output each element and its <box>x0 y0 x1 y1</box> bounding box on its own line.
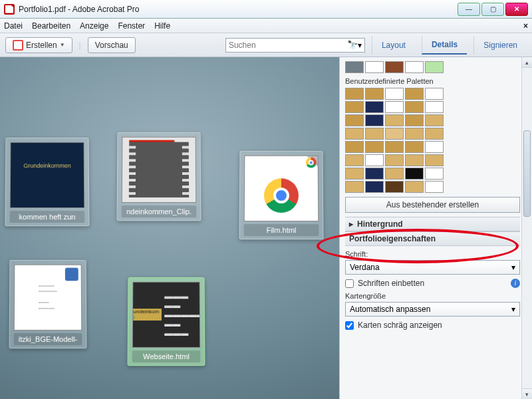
binoculars-icon[interactable]: 🔭 <box>347 40 358 50</box>
palette-chip[interactable] <box>425 61 444 73</box>
minimize-button[interactable]: — <box>458 3 480 16</box>
portfolio-card[interactable]: Film.html <box>239 151 324 239</box>
palette-chip[interactable] <box>405 101 424 113</box>
menu-bar: Datei Bearbeiten Anzeige Fenster Hilfe × <box>0 19 532 33</box>
checkbox-input[interactable] <box>345 279 354 288</box>
create-button[interactable]: Erstellen ▼ <box>5 37 72 53</box>
checkbox-skew-cards[interactable]: Karten schräg anzeigen <box>345 321 520 330</box>
checkbox-input[interactable] <box>345 321 354 330</box>
palette-chip[interactable] <box>345 128 364 140</box>
menu-fenster[interactable]: Fenster <box>118 21 145 31</box>
label-card-size: Kartengröße <box>345 292 520 300</box>
tab-details[interactable]: Details <box>422 36 467 55</box>
card-label: Film.html <box>244 224 319 236</box>
search-input[interactable] <box>229 41 347 50</box>
palette-chip[interactable] <box>425 101 444 113</box>
accordion-background[interactable]: ▸ Hintergrund <box>345 217 520 231</box>
palette-chip[interactable] <box>365 88 384 100</box>
preview-label: Vorschau <box>95 41 128 50</box>
close-button[interactable]: ✕ <box>505 3 528 16</box>
portfolio-card[interactable]: ━━━━━━━━━━━━━━━━━━━━━━━ itzki_BGE-Modell… <box>9 260 87 348</box>
palette-chip[interactable] <box>405 141 424 153</box>
palette-chip[interactable] <box>345 141 364 153</box>
font-select[interactable]: Verdana ▾ <box>345 260 520 275</box>
chevron-down-icon: ▾ <box>511 305 515 314</box>
palette-chip[interactable] <box>365 114 384 126</box>
vertical-scrollbar[interactable]: ▴ ▾ <box>521 57 532 399</box>
menubar-close-icon[interactable]: × <box>523 21 528 31</box>
palette-chip[interactable] <box>385 181 404 193</box>
palette-chip[interactable] <box>405 168 424 180</box>
tab-sign[interactable]: Signieren <box>473 36 527 55</box>
palette-chip[interactable] <box>345 181 364 193</box>
palette-chip[interactable] <box>365 101 384 113</box>
app-icon <box>4 4 15 15</box>
card-label: kommen heft zun <box>10 211 85 223</box>
chevron-down-icon: ▼ <box>60 42 65 48</box>
section-user-palettes: Benutzerdefinierte Paletten <box>345 77 520 85</box>
palette-chip[interactable] <box>405 128 424 140</box>
scrollbar-thumb[interactable] <box>523 130 531 217</box>
palette-chip[interactable] <box>385 141 404 153</box>
palette-chip[interactable] <box>345 88 364 100</box>
palette-chip[interactable] <box>425 88 444 100</box>
card-label: itzki_BGE-Modell- <box>14 333 82 345</box>
palette-chip[interactable] <box>345 154 364 166</box>
window-title: Portfolio1.pdf - Adobe Acrobat Pro <box>19 5 458 14</box>
menu-anzeige[interactable]: Anzeige <box>80 21 108 31</box>
palette-chip[interactable] <box>365 181 384 193</box>
palette-chip[interactable] <box>365 154 384 166</box>
thumbnail: grundeinkom 🟢 ▬▬▬ ▬▬▬▬▬▬▬▬▬ ▬▬▬ <box>132 282 200 348</box>
palette-chip[interactable] <box>425 141 444 153</box>
palette-chip[interactable] <box>385 61 404 73</box>
palette-chip[interactable] <box>405 154 424 166</box>
portfolio-card[interactable]: Grundeinkommen kommen heft zun <box>5 138 90 226</box>
palette-chip[interactable] <box>425 114 444 126</box>
card-size-select[interactable]: Automatisch anpassen ▾ <box>345 302 520 317</box>
palette-chip[interactable] <box>385 168 404 180</box>
palette-chip[interactable] <box>385 88 404 100</box>
palette-chip[interactable] <box>425 181 444 193</box>
palette-chip[interactable] <box>405 61 424 73</box>
menu-hilfe[interactable]: Hilfe <box>154 21 170 31</box>
palette-chip[interactable] <box>345 101 364 113</box>
side-panel: Benutzerdefinierte Paletten Aus bestehen… <box>339 57 532 399</box>
palette-chip[interactable] <box>365 141 384 153</box>
palette-chip[interactable] <box>425 168 444 180</box>
palette-chip[interactable] <box>345 168 364 180</box>
palette-chip[interactable] <box>405 181 424 193</box>
label-font: Schrift: <box>345 250 520 258</box>
create-from-existing-button[interactable]: Aus bestehender erstellen <box>345 197 520 213</box>
scroll-down-icon[interactable]: ▾ <box>522 388 532 399</box>
thumbnail: ━━━━━━━━━━━━━━━━━━━━━━━ <box>14 265 82 331</box>
thumbnail <box>244 156 319 221</box>
scroll-up-icon[interactable]: ▴ <box>522 57 532 68</box>
search-box[interactable]: 🔭 ▾ <box>225 38 365 53</box>
palette-chip[interactable] <box>345 61 364 73</box>
palette-chip[interactable] <box>425 154 444 166</box>
palette-chip[interactable] <box>405 114 424 126</box>
palette-chip[interactable] <box>425 128 444 140</box>
tab-layout[interactable]: Layout <box>372 36 415 55</box>
portfolio-card-selected[interactable]: grundeinkom 🟢 ▬▬▬ ▬▬▬▬▬▬▬▬▬ ▬▬▬ Webseite… <box>128 277 205 366</box>
palette-chip[interactable] <box>365 168 384 180</box>
palette-chip[interactable] <box>365 128 384 140</box>
portfolio-canvas[interactable]: Grundeinkommen kommen heft zun ndeinkomm… <box>0 57 339 399</box>
palette-chip[interactable] <box>385 101 404 113</box>
checkbox-embed-fonts[interactable]: Schriften einbetten i <box>345 279 520 288</box>
palette-chip[interactable] <box>385 114 404 126</box>
preview-button[interactable]: Vorschau <box>88 37 136 53</box>
portfolio-card[interactable]: ndeinkommen_Clip. <box>117 132 201 221</box>
palette-chip[interactable] <box>385 154 404 166</box>
maximize-button[interactable]: ▢ <box>481 3 504 16</box>
palette-chip[interactable] <box>345 114 364 126</box>
info-icon[interactable]: i <box>511 279 520 288</box>
menu-bearbeiten[interactable]: Bearbeiten <box>32 21 70 31</box>
menu-datei[interactable]: Datei <box>4 21 23 31</box>
palette-chip[interactable] <box>405 88 424 100</box>
chevron-right-icon: ▸ <box>349 219 353 229</box>
palette-chip[interactable] <box>365 61 384 73</box>
create-icon <box>13 40 23 51</box>
chevron-down-icon[interactable]: ▾ <box>358 41 362 50</box>
palette-chip[interactable] <box>385 128 404 140</box>
